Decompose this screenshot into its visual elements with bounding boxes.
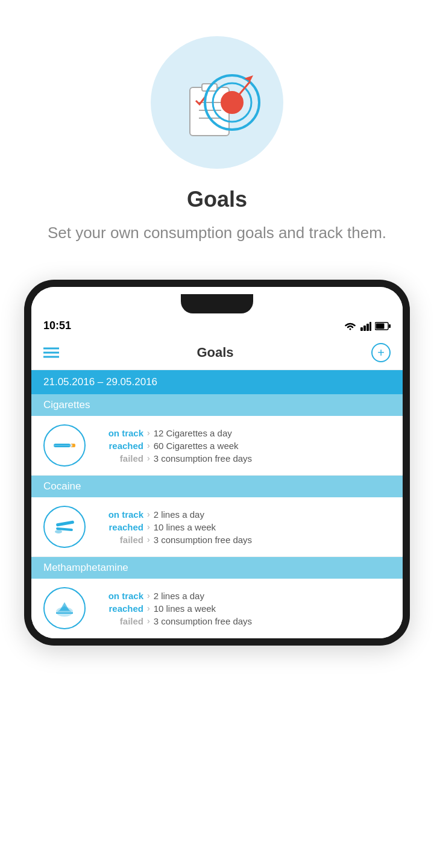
status-label-2-0: on track <box>95 591 143 601</box>
substance-icon-1 <box>43 506 86 548</box>
goal-row-2-2: failed › 3 consumption free days <box>95 616 391 626</box>
hero-title: Goals <box>187 187 247 212</box>
arrow-0-2: › <box>147 453 150 463</box>
category-header-1: Cocaine <box>31 476 403 497</box>
status-time: 10:51 <box>43 319 71 332</box>
arrow-0-1: › <box>147 441 150 450</box>
goal-row-0-0: on track › 12 Cigarettes a day <box>95 428 391 438</box>
arrow-2-2: › <box>147 616 150 626</box>
categories-list: Cigarettes on track › 12 Cigarettes a da… <box>31 394 403 638</box>
phone-screen: 10:51 <box>31 287 403 638</box>
svg-rect-12 <box>366 324 369 331</box>
arrow-0-0: › <box>147 428 150 438</box>
phone-mockup: 10:51 <box>24 280 410 646</box>
arrow-1-1: › <box>147 522 150 532</box>
status-label-0-2: failed <box>95 453 143 464</box>
svg-rect-16 <box>376 323 385 329</box>
battery-icon <box>375 322 391 330</box>
goal-text-1-1: 10 lines a week <box>154 522 216 532</box>
status-label-0-0: on track <box>95 428 143 438</box>
app-title: Goals <box>197 345 233 360</box>
svg-rect-11 <box>363 326 366 331</box>
svg-marker-9 <box>244 75 253 81</box>
status-label-2-1: reached <box>95 603 143 614</box>
goal-text-0-2: 3 consumption free days <box>154 453 252 464</box>
goal-item-0: on track › 12 Cigarettes a day reached ›… <box>31 416 403 476</box>
svg-rect-22 <box>71 444 72 447</box>
category-header-0: Cigarettes <box>31 394 403 416</box>
date-range-text: 21.05.2016 – 29.05.2016 <box>43 376 157 388</box>
goal-text-0-0: 12 Cigarettes a day <box>154 428 232 438</box>
wifi-icon <box>344 321 357 331</box>
svg-point-26 <box>55 530 62 533</box>
arrow-2-1: › <box>147 603 150 613</box>
meth-svg <box>51 595 78 621</box>
app-header: Goals + <box>31 336 403 370</box>
goal-text-2-2: 3 consumption free days <box>154 616 252 626</box>
camera-notch <box>181 294 253 313</box>
arrow-2-0: › <box>147 591 150 600</box>
goal-row-0-1: reached › 60 Cigarettes a week <box>95 441 391 451</box>
status-label-1-1: reached <box>95 522 143 532</box>
signal-icon <box>360 321 371 331</box>
status-label-2-2: failed <box>95 616 143 626</box>
goal-text-2-1: 10 lines a week <box>154 603 216 614</box>
goal-details-0: on track › 12 Cigarettes a day reached ›… <box>95 428 391 464</box>
goal-item-2: on track › 2 lines a day reached › 10 li… <box>31 579 403 638</box>
svg-rect-15 <box>389 324 391 328</box>
hero-subtitle: Set your own consumption goals and track… <box>48 222 386 244</box>
goal-text-0-1: 60 Cigarettes a week <box>154 441 239 451</box>
status-label-1-2: failed <box>95 535 143 545</box>
category-header-2: Methamphetamine <box>31 557 403 579</box>
hero-section: Goals Set your own consumption goals and… <box>48 0 386 268</box>
phone-top <box>31 287 403 313</box>
date-range-bar: 21.05.2016 – 29.05.2016 <box>31 370 403 394</box>
goal-row-1-1: reached › 10 lines a week <box>95 522 391 532</box>
status-label-0-1: reached <box>95 441 143 451</box>
status-icons <box>344 321 391 331</box>
hero-icon <box>151 36 283 169</box>
goal-details-1: on track › 2 lines a day reached › 10 li… <box>95 509 391 545</box>
svg-rect-24 <box>56 521 74 527</box>
arrow-1-2: › <box>147 535 150 544</box>
substance-icon-2 <box>43 587 86 629</box>
goal-details-2: on track › 2 lines a day reached › 10 li… <box>95 591 391 626</box>
goal-row-1-2: failed › 3 consumption free days <box>95 535 391 545</box>
goal-row-1-0: on track › 2 lines a day <box>95 509 391 520</box>
status-label-1-0: on track <box>95 509 143 520</box>
svg-rect-13 <box>370 322 371 331</box>
add-goal-button[interactable]: + <box>371 343 391 362</box>
category-name-2: Methamphetamine <box>43 562 128 573</box>
cigarette-svg <box>51 432 78 459</box>
cocaine-svg <box>51 514 78 540</box>
arrow-1-0: › <box>147 509 150 519</box>
category-name-1: Cocaine <box>43 480 81 492</box>
goal-text-2-0: 2 lines a day <box>154 591 204 601</box>
goal-item-1: on track › 2 lines a day reached › 10 li… <box>31 497 403 557</box>
hamburger-icon[interactable] <box>43 347 59 359</box>
goal-row-2-0: on track › 2 lines a day <box>95 591 391 601</box>
goal-row-2-1: reached › 10 lines a week <box>95 603 391 614</box>
goal-text-1-2: 3 consumption free days <box>154 535 252 545</box>
goal-text-1-0: 2 lines a day <box>154 509 204 520</box>
goal-row-0-2: failed › 3 consumption free days <box>95 453 391 464</box>
svg-rect-10 <box>360 327 363 331</box>
substance-icon-0 <box>43 424 86 467</box>
category-name-0: Cigarettes <box>43 399 90 410</box>
status-bar: 10:51 <box>31 313 403 336</box>
goals-illustration <box>172 57 262 148</box>
